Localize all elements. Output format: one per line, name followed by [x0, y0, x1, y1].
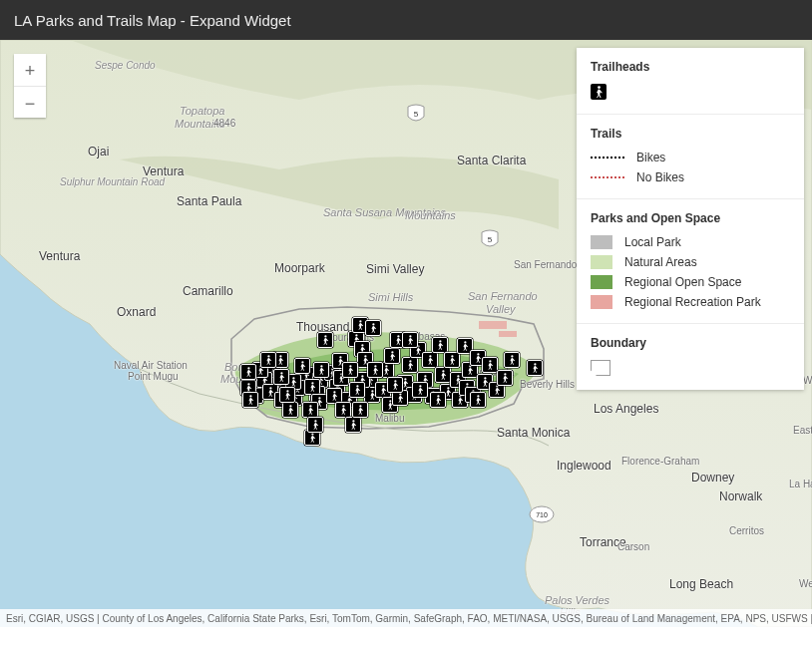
trailhead-marker[interactable]	[279, 387, 295, 403]
svg-point-49	[429, 355, 431, 357]
svg-point-67	[374, 365, 376, 367]
trailhead-marker[interactable]	[282, 402, 298, 418]
svg-point-29	[320, 365, 322, 367]
zoom-control: + −	[14, 54, 46, 118]
svg-text:5: 5	[414, 110, 419, 119]
svg-text:710: 710	[536, 511, 548, 518]
svg-point-79	[534, 363, 536, 365]
trailhead-marker[interactable]	[387, 377, 403, 393]
trailhead-marker[interactable]	[402, 357, 418, 373]
svg-point-57	[464, 341, 466, 343]
trailhead-marker[interactable]	[402, 332, 418, 348]
color-swatch	[591, 255, 612, 269]
trailhead-marker[interactable]	[365, 320, 381, 336]
legend-label: Local Park	[624, 235, 681, 249]
trailhead-marker[interactable]	[335, 402, 351, 418]
legend-title: Trails	[591, 127, 790, 141]
svg-point-39	[280, 372, 282, 374]
trailhead-marker[interactable]	[317, 332, 333, 348]
legend-label: Regional Open Space	[624, 275, 741, 289]
svg-point-44	[404, 378, 406, 380]
trailhead-marker[interactable]	[242, 392, 258, 408]
svg-point-72	[247, 383, 249, 385]
trailhead-marker[interactable]	[430, 392, 446, 408]
svg-point-25	[311, 382, 313, 384]
svg-point-31	[333, 391, 335, 393]
svg-point-64	[361, 375, 363, 377]
legend-section-boundary: Boundary	[577, 324, 804, 390]
trailhead-marker[interactable]	[435, 367, 451, 383]
app-title: LA Parks and Trails Map - Expand Widget	[14, 12, 291, 29]
legend-item: Natural Areas	[591, 255, 790, 269]
trailhead-marker[interactable]	[304, 379, 320, 395]
svg-rect-2	[499, 331, 517, 337]
legend-section-parks: Parks and Open Space Local Park Natural …	[577, 199, 804, 324]
svg-point-40	[309, 405, 311, 407]
trailhead-marker[interactable]	[482, 357, 498, 373]
trailhead-marker[interactable]	[422, 352, 438, 368]
svg-point-89	[267, 355, 269, 357]
trailhead-marker[interactable]	[384, 348, 400, 364]
svg-point-26	[292, 377, 294, 379]
svg-point-54	[451, 355, 453, 357]
trailhead-marker[interactable]	[504, 352, 520, 368]
svg-point-87	[409, 335, 411, 337]
trailhead-marker[interactable]	[342, 362, 358, 378]
svg-point-70	[399, 393, 401, 395]
trailhead-marker[interactable]	[444, 352, 460, 368]
legend-title: Trailheads	[591, 60, 790, 74]
svg-point-20	[361, 344, 363, 346]
svg-point-65	[349, 365, 351, 367]
trailhead-marker[interactable]	[240, 364, 256, 380]
zoom-in-button[interactable]: +	[14, 54, 46, 86]
svg-point-53	[447, 387, 449, 389]
zoom-out-button[interactable]: −	[14, 86, 46, 118]
trailhead-marker[interactable]	[307, 417, 323, 433]
hiker-icon	[591, 84, 607, 100]
svg-point-21	[364, 355, 366, 357]
legend-item: Regional Open Space	[591, 275, 790, 289]
svg-point-61	[477, 353, 479, 355]
svg-point-84	[314, 420, 316, 422]
svg-point-45	[409, 360, 411, 362]
svg-point-9	[311, 433, 313, 435]
svg-point-55	[457, 375, 459, 377]
boundary-swatch	[591, 360, 610, 376]
svg-point-81	[437, 395, 439, 397]
trailhead-marker[interactable]	[294, 358, 310, 374]
trailhead-marker[interactable]	[349, 382, 365, 398]
svg-point-63	[352, 420, 354, 422]
trailhead-marker[interactable]	[345, 417, 361, 433]
legend-item: Regional Recreation Park	[591, 295, 790, 309]
svg-point-52	[442, 370, 444, 372]
legend-title: Parks and Open Space	[591, 211, 790, 225]
svg-point-51	[439, 340, 441, 342]
line-swatch-nobikes	[591, 176, 624, 178]
svg-point-43	[397, 335, 399, 337]
trailhead-marker[interactable]	[412, 382, 428, 398]
svg-point-68	[382, 385, 384, 387]
map-view[interactable]: 5 5 710 PalmdaleOjaiTopatopaMountains484…	[0, 40, 812, 627]
trailhead-marker[interactable]	[432, 337, 448, 353]
color-swatch	[591, 275, 612, 289]
attribution-bar: Esri, CGIAR, USGS | County of Los Angele…	[0, 609, 812, 627]
trailhead-marker[interactable]	[470, 392, 486, 408]
trailhead-marker[interactable]	[313, 362, 329, 378]
trailhead-marker[interactable]	[367, 362, 383, 378]
svg-point-88	[247, 367, 249, 369]
svg-text:5: 5	[488, 235, 493, 244]
trailhead-marker[interactable]	[527, 360, 543, 376]
trailhead-marker[interactable]	[302, 402, 318, 418]
trailhead-marker[interactable]	[260, 352, 276, 368]
trailhead-marker[interactable]	[273, 369, 289, 385]
trailhead-marker[interactable]	[352, 402, 368, 418]
svg-point-41	[385, 365, 387, 367]
trailhead-marker[interactable]	[497, 370, 513, 386]
svg-point-77	[504, 373, 506, 375]
attribution-text: Esri, CGIAR, USGS | County of Los Angele…	[6, 613, 812, 624]
svg-point-48	[424, 375, 426, 377]
line-swatch-bikes	[591, 157, 624, 159]
svg-point-38	[286, 390, 288, 392]
color-swatch	[591, 235, 612, 249]
svg-point-75	[489, 360, 491, 362]
